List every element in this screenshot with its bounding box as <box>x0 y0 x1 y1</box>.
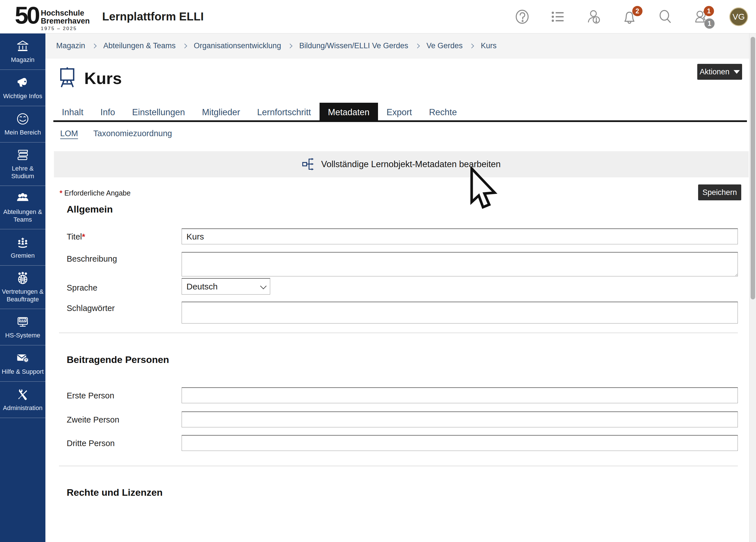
section-title-rechte: Rechte und Lizenzen <box>67 487 163 498</box>
smiley-icon <box>16 112 30 126</box>
required-asterisk: * <box>60 189 62 197</box>
sprache-select[interactable]: Deutsch <box>182 278 270 295</box>
committee-icon <box>16 235 30 249</box>
tab-inhalt[interactable]: Inhalt <box>53 103 92 122</box>
vertical-scrollbar <box>749 33 756 542</box>
beschreibung-label: Beschreibung <box>67 254 117 264</box>
breadcrumb-item[interactable]: Bildung/Wissen/ELLI Ve Gerdes <box>299 41 408 50</box>
tab-mitglieder[interactable]: Mitglieder <box>194 103 249 122</box>
sidebar-item-magazin[interactable]: Magazin <box>0 33 45 70</box>
save-button[interactable]: Speichern <box>698 184 741 200</box>
breadcrumb-item[interactable]: Abteilungen & Teams <box>103 41 176 50</box>
breadcrumb-separator <box>92 43 97 48</box>
sidebar-item-mein-bereich[interactable]: Mein Bereich <box>0 106 45 142</box>
contacts-badge-bottom: 1 <box>704 18 715 29</box>
required-note: * Erforderliche Angabe <box>60 189 131 197</box>
books-icon <box>16 148 30 162</box>
breadcrumb-separator <box>415 43 420 48</box>
contacts-badge-top: 1 <box>704 6 714 16</box>
erste-person-input[interactable] <box>182 387 738 403</box>
sidebar-item-hilfe-support[interactable]: ? Hilfe & Support <box>0 345 45 382</box>
bullet-list-icon[interactable] <box>551 9 565 24</box>
user-status-icon[interactable] <box>586 9 601 24</box>
breadcrumb: Magazin Abteilungen & Teams Organisation… <box>45 33 749 58</box>
logo-name-line1: Hochschule <box>41 9 90 17</box>
titel-label: Titel* <box>67 232 85 241</box>
schlagwoerter-input[interactable] <box>182 302 738 323</box>
section-divider <box>59 466 738 466</box>
bell-badge: 2 <box>632 6 642 16</box>
breadcrumb-item[interactable]: Ve Gerdes <box>427 41 463 50</box>
beschreibung-textarea[interactable] <box>182 252 738 276</box>
metadata-tree-icon <box>302 157 316 172</box>
mail-question-icon: ? <box>16 351 30 365</box>
actions-button[interactable]: Aktionen <box>697 64 742 80</box>
search-icon[interactable] <box>658 9 673 24</box>
sub-tab-bar: LOM Taxonomiezuordnung <box>60 129 172 139</box>
app-title: Lernplattform ELLI <box>102 10 204 23</box>
zweite-person-label: Zweite Person <box>67 415 119 425</box>
breadcrumb-separator <box>288 43 293 48</box>
monitor-icon <box>16 315 30 329</box>
sidebar-item-lehre-studium[interactable]: Lehre & Studium <box>0 142 45 186</box>
tab-info[interactable]: Info <box>92 103 124 122</box>
scrollbar-thumb[interactable] <box>751 37 755 299</box>
tab-einstellungen[interactable]: Einstellungen <box>124 103 194 122</box>
people-group-icon <box>16 192 30 205</box>
svg-text:?: ? <box>25 358 27 362</box>
hochschule-bremerhaven-logo[interactable]: 50 Hochschule Bremerhaven 1975 – 2025 <box>15 3 90 31</box>
titel-input[interactable] <box>182 228 738 244</box>
chevron-down-icon <box>734 70 740 74</box>
breadcrumb-separator <box>182 43 187 48</box>
contacts-icon[interactable]: 1 1 <box>694 9 708 24</box>
tab-rechte[interactable]: Rechte <box>421 103 465 122</box>
edit-full-metadata-link[interactable]: Vollständige Lernobjekt-Metadaten bearbe… <box>54 151 749 177</box>
tab-metadaten[interactable]: Metadaten <box>320 103 378 122</box>
tab-export[interactable]: Export <box>378 103 421 122</box>
sidebar-item-hs-systeme[interactable]: HS-Systeme <box>0 309 45 345</box>
schlagwoerter-label: Schlagwörter <box>67 304 115 313</box>
sidebar-item-vertretungen-beauftragte[interactable]: Vertretungen & Beauftragte <box>0 266 45 309</box>
zweite-person-input[interactable] <box>182 411 738 427</box>
section-title-beitragende: Beitragende Personen <box>67 354 169 365</box>
tab-lernfortschritt[interactable]: Lernfortschritt <box>249 103 320 122</box>
app-header: 50 Hochschule Bremerhaven 1975 – 2025 Le… <box>0 0 756 33</box>
dritte-person-label: Dritte Person <box>67 439 115 448</box>
application-window: 50 Hochschule Bremerhaven 1975 – 2025 Le… <box>0 0 756 542</box>
breadcrumb-item-current[interactable]: Kurs <box>481 41 497 50</box>
breadcrumb-item[interactable]: Magazin <box>56 41 85 50</box>
logo-50: 50 <box>15 3 39 27</box>
subtab-lom[interactable]: LOM <box>60 129 78 139</box>
logo-name-line2: Bremerhaven <box>41 17 90 25</box>
course-easel-icon <box>58 67 76 89</box>
sprache-label: Sprache <box>67 283 97 293</box>
sidebar-item-wichtige-infos[interactable]: Wichtige Infos <box>0 70 45 106</box>
bank-icon <box>16 39 30 53</box>
sidebar-item-abteilungen-teams[interactable]: Abteilungen & Teams <box>0 186 45 229</box>
main-content: Magazin Abteilungen & Teams Organisation… <box>45 33 749 542</box>
tab-bar: Inhalt Info Einstellungen Mitglieder Ler… <box>53 102 747 122</box>
tools-icon <box>16 388 30 401</box>
dritte-person-input[interactable] <box>182 435 738 451</box>
breadcrumb-separator <box>469 43 474 48</box>
sidebar-item-gremien[interactable]: Gremien <box>0 229 45 266</box>
sidebar-item-administration[interactable]: Administration <box>0 382 45 418</box>
logo-years: 1975 – 2025 <box>41 26 90 31</box>
main-sidebar: Magazin Wichtige Infos Mein Bereich Lehr… <box>0 33 45 542</box>
help-icon[interactable] <box>515 9 530 24</box>
banner-label: Vollständige Lernobjekt-Metadaten bearbe… <box>321 159 501 169</box>
breadcrumb-item[interactable]: Organisationsentwicklung <box>194 41 281 50</box>
erste-person-label: Erste Person <box>67 391 114 400</box>
globe-people-icon <box>16 271 30 285</box>
section-divider <box>59 333 738 333</box>
notifications-bell-icon[interactable]: 2 <box>622 9 637 24</box>
subtab-taxonomiezuordnung[interactable]: Taxonomiezuordnung <box>93 129 172 139</box>
page-title: Kurs <box>84 69 122 88</box>
section-title-allgemein: Allgemein <box>67 204 113 215</box>
megaphone-icon <box>16 76 30 89</box>
avatar[interactable]: VG <box>729 7 748 26</box>
